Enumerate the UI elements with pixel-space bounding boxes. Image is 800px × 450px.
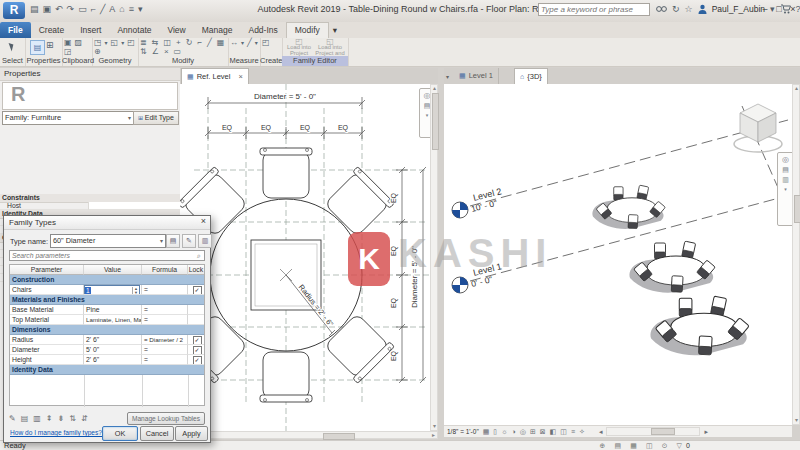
- zoom-icon[interactable]: ▥: [782, 176, 789, 184]
- param-row-base-material[interactable]: Base MaterialPine=: [10, 305, 204, 315]
- cut-geometry-icon[interactable]: ◳: [94, 39, 102, 47]
- panel-label-select[interactable]: Select ▾: [0, 56, 25, 66]
- view-tab-3d[interactable]: ⌂{3D}: [514, 68, 548, 85]
- visual-style-icon[interactable]: ▯: [493, 426, 497, 437]
- tab-view[interactable]: View: [159, 22, 193, 38]
- close-view-icon[interactable]: ×: [239, 72, 243, 81]
- sort-ascending-icon[interactable]: ⇅: [69, 414, 76, 423]
- section-identity-data[interactable]: Identity Data: [10, 365, 204, 375]
- rename-type-icon[interactable]: ✎: [182, 234, 196, 248]
- rotate-icon[interactable]: ↻: [186, 39, 193, 47]
- scroll-down-icon[interactable]: ▾: [793, 417, 800, 424]
- nav-more-icon[interactable]: ▾: [784, 186, 787, 192]
- copy-icon[interactable]: ◲: [64, 48, 72, 56]
- lock-checkbox[interactable]: ✓: [193, 336, 202, 345]
- tab-annotate[interactable]: Annotate: [109, 22, 159, 38]
- plan-horizontal-scrollbar[interactable]: ▸: [210, 431, 438, 439]
- user-icon[interactable]: [698, 4, 707, 14]
- sort-descending-icon[interactable]: ⇵: [81, 414, 88, 423]
- search-binoculars-icon[interactable]: [656, 4, 667, 14]
- new-parameter-icon[interactable]: ▤: [21, 414, 29, 423]
- editable-only-icon[interactable]: ▦: [630, 442, 637, 449]
- manage-lookup-tables-button[interactable]: Manage Lookup Tables: [127, 412, 205, 425]
- exclude-options-icon[interactable]: ◫: [646, 442, 653, 449]
- measure-dropdown-icon[interactable]: ▾: [241, 39, 244, 47]
- tab-manage[interactable]: Manage: [194, 22, 241, 38]
- trim-icon[interactable]: ⌐: [197, 39, 202, 47]
- family-category-selector[interactable]: Family: Furniture ▾: [2, 111, 134, 125]
- aligned-dimension-icon[interactable]: ╱: [100, 4, 105, 14]
- cut-dropdown-icon[interactable]: ▾: [105, 39, 108, 47]
- split-icon[interactable]: ╱: [207, 39, 212, 47]
- move-icon[interactable]: +: [176, 39, 181, 47]
- plan-view-canvas[interactable]: Diameter = 5' - 0" EQ EQ EQ EQ EQ EQ EQ …: [180, 84, 430, 431]
- new-type-icon[interactable]: ▤: [166, 234, 180, 248]
- param-row-height[interactable]: Height2' 6"= ✓: [10, 355, 204, 365]
- param-row-top-material[interactable]: Top MaterialLaminate, Linen, Matte=: [10, 315, 204, 325]
- level-2-datum[interactable]: Level 2 10' - 0": [452, 186, 503, 218]
- param-row-chairs[interactable]: Chairs 1 ▲▼ = ✓: [10, 285, 204, 295]
- load-into-project-and-close-button[interactable]: ◱ Load into Project and Close: [315, 39, 345, 55]
- open-icon[interactable]: ▤: [30, 4, 39, 14]
- paint-icon[interactable]: ◰: [127, 39, 135, 47]
- redo-icon[interactable]: ↷: [67, 4, 75, 14]
- tab-modify[interactable]: Modify: [286, 22, 329, 39]
- scroll-right-icon[interactable]: ▸: [430, 432, 437, 439]
- scroll-up-icon[interactable]: ▴: [793, 85, 800, 92]
- ribbon-options-dropdown-icon[interactable]: ▾: [329, 22, 341, 38]
- ok-button[interactable]: OK: [102, 426, 138, 441]
- properties-palette-title[interactable]: Properties: [0, 68, 184, 81]
- chairs-value-input[interactable]: 1 ▲▼: [84, 285, 140, 295]
- lock-checkbox[interactable]: ✓: [193, 356, 202, 365]
- 3d-table-group[interactable]: [592, 185, 749, 355]
- param-row-diameter[interactable]: Diameter5' 0"= ✓: [10, 345, 204, 355]
- section-construction[interactable]: Construction: [10, 275, 204, 285]
- scroll-right-icon[interactable]: ▸: [704, 426, 708, 437]
- shadows-icon[interactable]: ◑: [512, 426, 516, 437]
- array-icon[interactable]: ▦: [217, 39, 225, 47]
- view-tab-ref-level[interactable]: ▦Ref. Level ×: [181, 68, 249, 85]
- 3d-horizontal-scrollbar[interactable]: [606, 427, 700, 436]
- save-icon[interactable]: ▣: [43, 4, 52, 14]
- delete-parameter-icon[interactable]: ▥: [33, 414, 41, 423]
- tab-insert[interactable]: Insert: [72, 22, 109, 38]
- family-types-button-icon[interactable]: ⊞: [46, 40, 54, 50]
- steering-wheel-icon[interactable]: ◎: [782, 155, 789, 164]
- lock-checkbox[interactable]: ✓: [193, 286, 202, 295]
- solid-icon[interactable]: ⊕: [94, 48, 101, 56]
- nav-more-icon[interactable]: ▾: [426, 112, 429, 118]
- constraints-icon[interactable]: ✧: [579, 426, 585, 437]
- sync-icon[interactable]: ↻: [672, 4, 680, 14]
- apply-button[interactable]: Apply: [175, 426, 208, 441]
- render-icon[interactable]: ◎: [520, 426, 526, 437]
- dimension-icon[interactable]: ╱: [247, 39, 252, 47]
- property-row-host[interactable]: Host: [0, 202, 180, 210]
- tab-file[interactable]: File: [0, 22, 31, 38]
- type-name-combobox[interactable]: 60" Diameter ▾: [50, 234, 166, 248]
- crop-region-icon[interactable]: ⊠: [540, 426, 546, 437]
- pin-icon[interactable]: ∠: [152, 48, 159, 56]
- load-into-project-button[interactable]: ◰ Load into Project: [284, 39, 314, 55]
- section-dimensions[interactable]: Dimensions: [10, 325, 204, 335]
- help-link[interactable]: How do I manage family types?: [10, 429, 102, 436]
- dialog-close-icon[interactable]: ×: [201, 216, 206, 226]
- scroll-left-icon[interactable]: ◂: [599, 426, 603, 437]
- move-up-icon[interactable]: ⇞: [46, 414, 53, 423]
- join-dropdown-icon[interactable]: ▾: [121, 39, 124, 47]
- scroll-up-icon[interactable]: ▴: [431, 85, 438, 92]
- minimize-button[interactable]: –: [758, 4, 772, 14]
- properties-toggle-icon[interactable]: ▤: [30, 40, 45, 55]
- thin-lines-icon[interactable]: ≡: [129, 4, 134, 14]
- edit-parameter-icon[interactable]: ✎: [9, 414, 16, 423]
- edit-type-button[interactable]: ⊞ Edit Type: [133, 111, 179, 125]
- tab-addins[interactable]: Add-Ins: [240, 22, 285, 38]
- paste-icon[interactable]: ▣: [64, 39, 72, 47]
- spinner-icon[interactable]: ▲▼: [132, 287, 139, 295]
- temporary-hide-icon[interactable]: ◧: [550, 426, 557, 437]
- join-geometry-icon[interactable]: ◱: [111, 39, 119, 47]
- filter-icon[interactable]: ▽: [677, 442, 682, 449]
- detail-level-icon[interactable]: ▦: [483, 426, 490, 437]
- revit-app-logo[interactable]: R: [3, 2, 25, 19]
- design-options-icon[interactable]: ▤: [614, 442, 621, 449]
- offset-icon[interactable]: ⇆: [152, 39, 159, 47]
